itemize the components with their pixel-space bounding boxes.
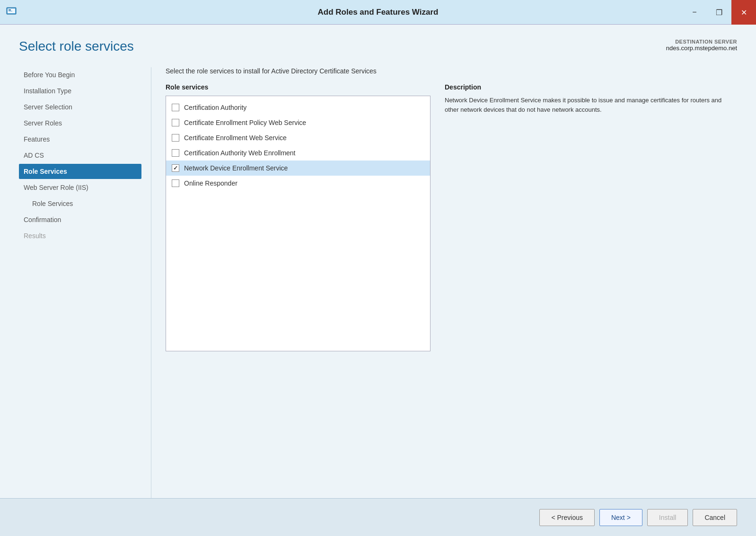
minimize-button[interactable]: − bbox=[682, 0, 707, 25]
main-panel: Select the role services to install for … bbox=[151, 67, 737, 498]
svg-rect-3 bbox=[9, 11, 12, 11]
service-item-cert-enrollment-web[interactable]: Certificate Enrollment Web Service bbox=[166, 130, 430, 145]
window-controls: − ❐ ✕ bbox=[682, 0, 756, 25]
checkbox-cert-authority[interactable] bbox=[172, 104, 179, 111]
destination-server-info: DESTINATION SERVER ndes.corp.mstepdemo.n… bbox=[666, 39, 737, 52]
wizard-footer: < Previous Next > Install Cancel bbox=[0, 498, 756, 536]
svg-rect-2 bbox=[9, 9, 11, 10]
close-button[interactable]: ✕ bbox=[731, 0, 756, 25]
description-header: Description bbox=[445, 83, 723, 91]
service-label-cert-enrollment-policy: Certificate Enrollment Policy Web Servic… bbox=[184, 119, 306, 126]
next-button[interactable]: Next > bbox=[599, 509, 642, 526]
service-item-online-responder[interactable]: Online Responder bbox=[166, 176, 430, 191]
description-box: Description Network Device Enrollment Se… bbox=[445, 83, 723, 351]
main-area: Select role services DESTINATION SERVER … bbox=[0, 25, 756, 498]
panel-columns: Role services Certification AuthorityCer… bbox=[166, 83, 723, 351]
sidebar-item-web-server-role[interactable]: Web Server Role (IIS) bbox=[19, 180, 141, 195]
service-item-cert-authority-web[interactable]: Certification Authority Web Enrollment bbox=[166, 145, 430, 161]
services-list: Certification AuthorityCertificate Enrol… bbox=[166, 96, 431, 351]
sidebar-item-before-you-begin[interactable]: Before You Begin bbox=[19, 67, 141, 82]
checkbox-online-responder[interactable] bbox=[172, 179, 179, 187]
page-title: Select role services bbox=[19, 39, 134, 54]
service-label-cert-authority: Certification Authority bbox=[184, 104, 246, 111]
sidebar-item-ad-cs[interactable]: AD CS bbox=[19, 148, 141, 163]
sidebar-item-role-services[interactable]: Role Services bbox=[19, 164, 141, 179]
service-item-ndes[interactable]: Network Device Enrollment Service bbox=[166, 161, 430, 176]
sidebar-item-role-services-sub[interactable]: Role Services bbox=[19, 196, 141, 211]
service-item-cert-authority[interactable]: Certification Authority bbox=[166, 100, 430, 115]
service-label-cert-enrollment-web: Certificate Enrollment Web Service bbox=[184, 134, 287, 142]
sidebar-item-features[interactable]: Features bbox=[19, 132, 141, 147]
sidebar-item-results: Results bbox=[19, 228, 141, 243]
checkbox-ndes[interactable] bbox=[172, 164, 179, 172]
service-label-online-responder: Online Responder bbox=[184, 179, 237, 187]
service-label-cert-authority-web: Certification Authority Web Enrollment bbox=[184, 149, 296, 157]
cancel-button[interactable]: Cancel bbox=[693, 509, 737, 526]
checkbox-cert-enrollment-web[interactable] bbox=[172, 134, 179, 142]
app-icon bbox=[6, 6, 17, 19]
service-item-cert-enrollment-policy[interactable]: Certificate Enrollment Policy Web Servic… bbox=[166, 115, 430, 130]
install-button[interactable]: Install bbox=[647, 509, 688, 526]
sidebar-item-server-roles[interactable]: Server Roles bbox=[19, 116, 141, 131]
panel-intro: Select the role services to install for … bbox=[166, 67, 723, 75]
previous-button[interactable]: < Previous bbox=[539, 509, 595, 526]
description-text: Network Device Enrollment Service makes … bbox=[445, 96, 723, 114]
checkbox-cert-authority-web[interactable] bbox=[172, 149, 179, 157]
sidebar-item-installation-type[interactable]: Installation Type bbox=[19, 83, 141, 98]
sidebar-item-server-selection[interactable]: Server Selection bbox=[19, 99, 141, 115]
window-title: Add Roles and Features Wizard bbox=[318, 8, 439, 17]
checkbox-cert-enrollment-policy[interactable] bbox=[172, 119, 179, 126]
sidebar-item-confirmation[interactable]: Confirmation bbox=[19, 212, 141, 227]
role-services-box: Role services Certification AuthorityCer… bbox=[166, 83, 431, 351]
wizard-sidebar: Before You BeginInstallation TypeServer … bbox=[19, 67, 151, 498]
destination-label: DESTINATION SERVER bbox=[666, 39, 737, 45]
content-row: Before You BeginInstallation TypeServer … bbox=[19, 67, 737, 498]
maximize-button[interactable]: ❐ bbox=[707, 0, 731, 25]
server-name: ndes.corp.mstepdemo.net bbox=[666, 45, 737, 52]
wizard-header: Select role services DESTINATION SERVER … bbox=[19, 39, 737, 54]
service-label-ndes: Network Device Enrollment Service bbox=[184, 164, 288, 172]
title-bar: Add Roles and Features Wizard − ❐ ✕ bbox=[0, 0, 756, 25]
role-services-header: Role services bbox=[166, 83, 431, 91]
